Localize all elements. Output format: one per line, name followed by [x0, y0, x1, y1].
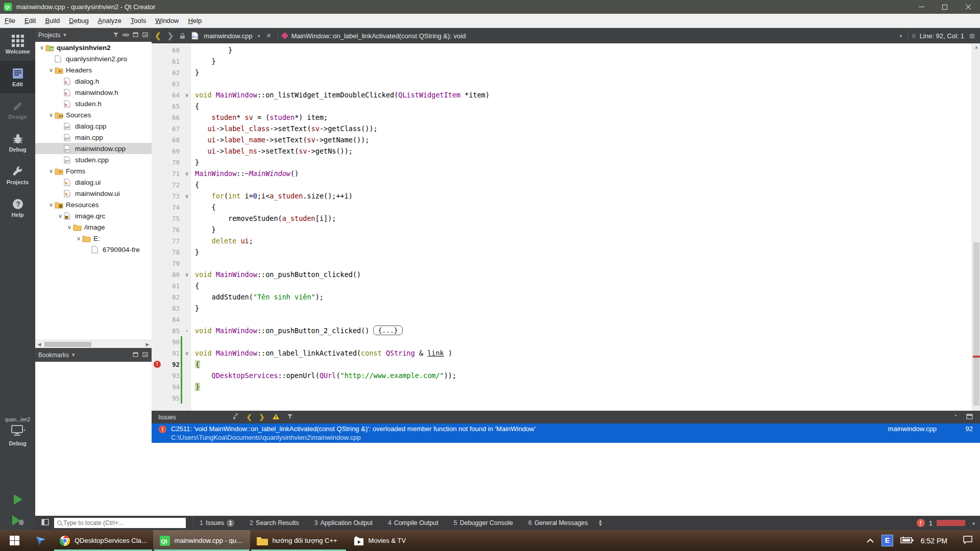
tree-horizontal-scrollbar[interactable]: ◀ ▶	[35, 340, 152, 348]
mode-projects[interactable]: Projects	[0, 159, 35, 191]
fold-open-icon[interactable]: ∨	[183, 170, 190, 177]
output-tab-debugger-console[interactable]: 5Debugger Console	[453, 517, 514, 529]
fold-open-icon[interactable]: ∨	[183, 92, 190, 98]
code-line-60[interactable]: 60 }	[152, 44, 980, 56]
maximize-panel-icon[interactable]	[966, 414, 973, 420]
run-button[interactable]	[0, 491, 35, 508]
code-line-64[interactable]: 64 ∨ void MainWindow::on_listWidget_item…	[152, 89, 980, 101]
minimize-button[interactable]	[910, 0, 933, 14]
tree-item-main-cpp[interactable]: c+ main.cpp	[35, 132, 152, 143]
taskbar-button-h-ng-i-t-ng-c-[interactable]: hướng đối tượng C++	[250, 530, 347, 551]
code-line-95[interactable]: 95	[152, 392, 980, 404]
code-line-78[interactable]: 78 }	[152, 246, 980, 258]
code-line-76[interactable]: 76 }	[152, 224, 980, 235]
code-line-72[interactable]: 72 {	[152, 179, 980, 190]
tree-item-e-[interactable]: ∨ E:	[35, 233, 152, 244]
tree-item-resources[interactable]: ∨ ▦ Resources	[35, 199, 152, 210]
code-line-62[interactable]: 62 }	[152, 67, 980, 78]
tree-item-forms[interactable]: ∨ ✎ Forms	[35, 165, 152, 177]
output-tab-application-output[interactable]: 3Application Output	[313, 517, 374, 529]
tree-item-quanlysinhvien2[interactable]: ∨ Qt quanlysinhvien2	[35, 42, 152, 53]
tree-item-dialog-cpp[interactable]: c+ dialog.cpp	[35, 120, 152, 132]
filter-icon[interactable]	[113, 32, 119, 38]
chevron-expanded-icon[interactable]: ∨	[57, 213, 64, 219]
fold-open-icon[interactable]: ∨	[183, 350, 190, 357]
tree-item-mainwindow-cpp[interactable]: c+ mainwindow.cpp	[35, 143, 152, 154]
code-line-63[interactable]: 63	[152, 78, 980, 89]
mode-debug[interactable]: Debug	[0, 126, 35, 159]
taskbar-button-movies-tv[interactable]: Movies & TV	[347, 530, 444, 551]
scrollbar-thumb[interactable]	[44, 342, 91, 347]
show-warnings-icon[interactable]	[272, 413, 280, 421]
taskbar-button-qdesktopservices-cla-[interactable]: QDesktopServices Cla...	[53, 530, 153, 551]
tree-item-dialog-ui[interactable]: ✎ dialog.ui	[35, 177, 152, 188]
build-error-icon[interactable]: !	[917, 519, 925, 527]
output-tab-general-messages[interactable]: 6General Messages	[527, 517, 589, 529]
lock-icon[interactable]	[180, 33, 185, 39]
chevron-expanded-icon[interactable]: ∨	[47, 112, 55, 118]
code-line-92[interactable]: ! 92 {	[152, 359, 980, 370]
code-line-61[interactable]: 61 }	[152, 56, 980, 67]
symbol-combo-chevron-icon[interactable]: ▾	[899, 33, 902, 39]
taskbar-button-mainwindow-cpp-qu-[interactable]: Qtmainwindow.cpp - qu...	[153, 530, 250, 551]
debug-run-button[interactable]	[0, 512, 35, 529]
menu-edit[interactable]: Edit	[20, 14, 40, 28]
chevron-down-icon[interactable]: ▾	[72, 352, 75, 358]
output-tab-search-results[interactable]: 2Search Results	[249, 517, 300, 529]
toggle-sidebar-icon[interactable]	[41, 519, 49, 527]
issue-row-selected[interactable]: ! C2511: 'void MainWindow::on_label_link…	[152, 423, 980, 443]
chevron-expanded-icon[interactable]: ∨	[66, 224, 73, 231]
maximize-button[interactable]	[933, 0, 957, 14]
menu-analyze[interactable]: Analyze	[93, 14, 126, 28]
tree-item-mainwindow-h[interactable]: h mainwindow.h	[35, 87, 152, 98]
fold-open-icon[interactable]: ∨	[183, 193, 190, 199]
fold-closed-icon[interactable]: ›	[183, 328, 190, 334]
code-line-83[interactable]: 83 }	[152, 303, 980, 314]
menu-debug[interactable]: Debug	[64, 14, 93, 28]
chevron-expanded-icon[interactable]: ∨	[38, 44, 45, 51]
mode-edit[interactable]: Edit	[0, 61, 35, 93]
clock[interactable]: 6:52 PM	[921, 537, 947, 545]
chevron-expanded-icon[interactable]: ∨	[47, 202, 55, 208]
code-line-80[interactable]: 80 ∨ void MainWindow::on_pushButton_clic…	[152, 269, 980, 280]
collapse-panel-icon[interactable]: ⌃	[953, 414, 958, 420]
tree-item-headers[interactable]: ∨ h Headers	[35, 64, 152, 76]
code-line-93[interactable]: 93 QDesktopServices::openUrl(QUrl("http:…	[152, 370, 980, 381]
battery-icon[interactable]	[900, 536, 914, 545]
tree-item-studen-h[interactable]: h studen.h	[35, 98, 152, 109]
menu-tools[interactable]: Tools	[126, 14, 151, 28]
mode-welcome[interactable]: Welcome	[0, 28, 35, 61]
output-tab-compile-output[interactable]: 4Compile Output	[387, 517, 439, 529]
mode-help[interactable]: ?Help	[0, 191, 35, 224]
previous-issue-icon[interactable]: ❮	[247, 413, 252, 421]
tree-item-studen-cpp[interactable]: c+ studen.cpp	[35, 154, 152, 165]
split-new-window-icon[interactable]	[133, 32, 139, 38]
browser-icon[interactable]	[29, 530, 53, 551]
fold-open-icon[interactable]: ∨	[183, 271, 190, 278]
code-line-65[interactable]: 65 {	[152, 101, 980, 112]
close-button[interactable]	[957, 0, 980, 14]
code-line-82[interactable]: 82 addStuden("Tên sinh viên");	[152, 291, 980, 303]
go-forward-icon[interactable]: ❯	[167, 31, 174, 40]
tree-item-dialog-h[interactable]: h dialog.h	[35, 76, 152, 87]
tree-item-sources[interactable]: ∨ c+ Sources	[35, 109, 152, 120]
code-line-68[interactable]: 68 ui->label_name->setText(sv->getName()…	[152, 134, 980, 145]
tree-item-6790904-fre[interactable]: 6790904-fre	[35, 244, 152, 255]
output-tab-issues[interactable]: 1Issues 1	[199, 517, 235, 529]
close-panel-icon[interactable]	[142, 32, 149, 38]
code-line-75[interactable]: 75 removeStuden(a_studen[i]);	[152, 213, 980, 224]
menu-build[interactable]: Build	[40, 14, 64, 28]
scroll-left-icon[interactable]: ◀	[35, 342, 43, 347]
chevron-down-icon[interactable]: ▾	[63, 32, 66, 38]
action-center-icon[interactable]	[963, 535, 973, 546]
locator-box[interactable]	[54, 518, 186, 528]
code-line-67[interactable]: 67 ui->label_class->setText(sv->getClass…	[152, 123, 980, 134]
open-file-tab[interactable]: mainwindow.cpp	[204, 32, 252, 40]
code-line-70[interactable]: 70 }	[152, 157, 980, 168]
filter-icon[interactable]	[287, 414, 293, 421]
next-issue-icon[interactable]: ❯	[259, 413, 265, 421]
code-line-73[interactable]: 73 ∨ for(int i=0;i<a_studen.size();++i)	[152, 190, 980, 202]
collapsed-code-badge[interactable]: {...}	[373, 325, 402, 335]
tree-item-image-qrc[interactable]: ∨ ▦ image.qrc	[35, 210, 152, 221]
current-symbol[interactable]: MainWindow::on_label_linkActivated(const…	[291, 32, 466, 40]
